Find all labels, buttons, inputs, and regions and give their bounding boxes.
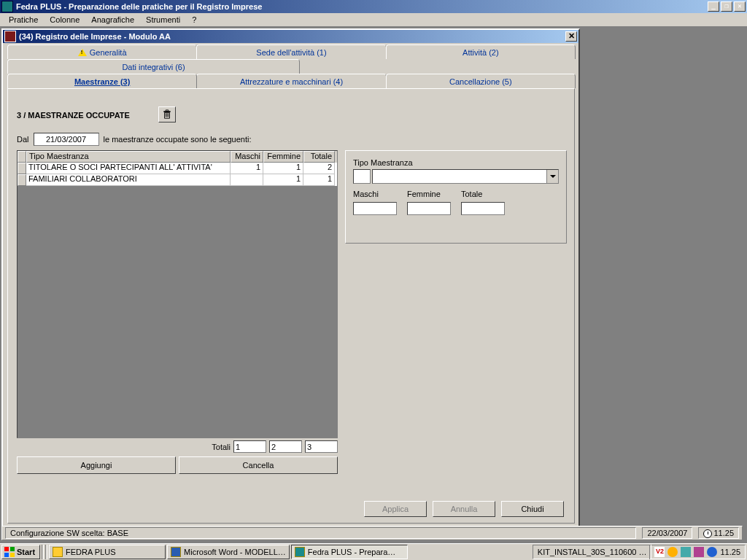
system-tray[interactable]: KIT_INSTALL_30S_110600 … V2 11.25 [533, 545, 746, 559]
row-selector[interactable] [18, 174, 26, 186]
folder-icon [53, 547, 63, 557]
cell-maschi[interactable] [231, 174, 263, 186]
tab-label: Attività (2) [462, 48, 499, 57]
apply-button[interactable]: Applica [364, 501, 427, 517]
child-icon [4, 31, 16, 42]
col-totale[interactable]: Totale [303, 151, 335, 163]
status-time-text: 11.25 [713, 529, 734, 537]
tab-maestranze[interactable]: Maestranze (3) [7, 74, 197, 88]
close-button[interactable]: ✕ [734, 1, 746, 12]
totals-femmine[interactable] [269, 440, 302, 453]
menu-colonne[interactable]: Colonne [44, 14, 85, 26]
tab-generalita[interactable]: Generalità [7, 44, 197, 59]
tray-icon[interactable] [694, 547, 704, 557]
femmine-label: Femmine [407, 190, 451, 198]
restore-button[interactable]: ❐ [721, 1, 732, 12]
task-label: Fedra PLUS - Prepara… [308, 548, 395, 556]
task-label: Microsoft Word - MODELL… [184, 548, 286, 556]
main-title: Fedra PLUS - Preparazione delle pratiche… [16, 2, 708, 11]
taskbar: Start FEDRA PLUS Microsoft Word - MODELL… [0, 543, 747, 560]
col-maschi[interactable]: Maschi [231, 151, 263, 163]
minimize-button[interactable]: _ [708, 1, 719, 12]
start-button[interactable]: Start [1, 545, 40, 559]
tipo-combo[interactable] [372, 169, 559, 184]
delete-section-button[interactable] [158, 106, 176, 122]
trash-icon [162, 109, 172, 120]
cell-tipo[interactable]: FAMILIARI COLLABORATORI [26, 174, 231, 186]
totals-totale[interactable] [305, 440, 338, 453]
row-selector-header [18, 151, 26, 163]
cancel-dialog-button[interactable]: Annulla [433, 501, 495, 517]
col-femmine[interactable]: Femmine [263, 151, 303, 163]
totals-row: Totali [17, 440, 338, 453]
tab-label: Attrezzature e macchinari (4) [240, 77, 343, 86]
add-button[interactable]: Aggiungi [17, 456, 176, 474]
menu-help[interactable]: ? [186, 14, 202, 26]
cell-totale[interactable]: 1 [303, 174, 335, 186]
table-row[interactable]: TITOLARE O SOCI PARTECIPANTI ALL' ATTIVI… [18, 163, 337, 174]
start-label: Start [17, 548, 35, 556]
taskbar-item-fedra-folder[interactable]: FEDRA PLUS [49, 545, 166, 559]
tab-label: Maestranze (3) [74, 77, 130, 86]
tab-label: Dati integrativi (6) [122, 63, 185, 71]
child-titlebar: (34) Registro delle Imprese - Modulo AA … [3, 30, 578, 43]
menu-anagrafiche[interactable]: Anagrafiche [85, 14, 140, 26]
word-icon [171, 547, 181, 557]
tab-attivita[interactable]: Attività (2) [386, 44, 576, 59]
grid-header: Tipo Maestranza Maschi Femmine Totale [18, 151, 337, 163]
maschi-field[interactable] [353, 202, 397, 215]
separator [45, 545, 47, 559]
delete-button[interactable]: Cancella [179, 456, 338, 474]
menu-pratiche[interactable]: Pratiche [3, 14, 44, 26]
tab-cancellazione[interactable]: Cancellazione (5) [386, 74, 576, 88]
cell-femmine[interactable]: 1 [263, 174, 303, 186]
separator [649, 545, 651, 559]
main-titlebar: Fedra PLUS - Preparazione delle pratiche… [0, 0, 747, 13]
grid-body: TITOLARE O SOCI PARTECIPANTI ALL' ATTIVI… [18, 163, 337, 186]
section-title: 3 / MAESTRANZE OCCUPATE [17, 111, 130, 120]
menu-bar: Pratiche Colonne Anagrafiche Strumenti ? [0, 13, 747, 27]
close-dialog-button[interactable]: Chiudi [501, 501, 564, 517]
cell-totale[interactable]: 2 [303, 163, 335, 174]
detail-panel: Tipo Maestranza Maschi [345, 150, 567, 244]
status-date: 22/03/2007 [642, 527, 692, 539]
tray-icon[interactable]: V2 [654, 547, 665, 557]
tab-sede[interactable]: Sede dell'attività (1) [196, 44, 386, 59]
taskbar-item-fedra-app[interactable]: Fedra PLUS - Prepara… [291, 545, 408, 559]
col-tipo[interactable]: Tipo Maestranza [26, 151, 231, 163]
cell-maschi[interactable]: 1 [231, 163, 263, 174]
chevron-down-icon[interactable] [546, 170, 558, 183]
child-close-button[interactable]: ✕ [565, 31, 577, 42]
clock-icon [703, 529, 712, 538]
app-icon [295, 547, 305, 557]
row-selector[interactable] [18, 163, 26, 174]
totals-maschi[interactable] [233, 440, 266, 453]
child-title: (34) Registro delle Imprese - Modulo AA [19, 32, 565, 41]
table-row[interactable]: FAMILIARI COLLABORATORI 1 1 [18, 174, 337, 186]
maschi-label: Maschi [353, 190, 397, 198]
child-window: (34) Registro delle Imprese - Modulo AA … [1, 28, 580, 535]
menu-strumenti[interactable]: Strumenti [140, 14, 186, 26]
tab-attrezzature[interactable]: Attrezzature e macchinari (4) [196, 74, 386, 88]
maestranze-grid[interactable]: Tipo Maestranza Maschi Femmine Totale TI… [17, 150, 338, 438]
tipo-label: Tipo Maestranza [353, 158, 559, 167]
cell-tipo[interactable]: TITOLARE O SOCI PARTECIPANTI ALL' ATTIVI… [26, 163, 231, 174]
tipo-code-field[interactable] [353, 169, 371, 184]
dal-date-field[interactable]: 21/03/2007 [34, 133, 99, 146]
totale-field[interactable] [461, 202, 505, 215]
status-bar: Configurazione SW scelta: BASE 22/03/200… [1, 526, 743, 540]
tab-label: Generalità [90, 48, 127, 57]
status-time: 11.25 [698, 527, 739, 539]
totals-label: Totali [212, 443, 231, 451]
femmine-field[interactable] [407, 202, 451, 215]
tab-label: Cancellazione (5) [449, 77, 512, 86]
tray-icon[interactable] [667, 547, 678, 557]
tray-icon[interactable] [681, 547, 691, 557]
cell-femmine[interactable]: 1 [263, 163, 303, 174]
tray-icon[interactable] [707, 547, 717, 557]
tab-dati-integrativi[interactable]: Dati integrativi (6) [7, 59, 300, 74]
warning-icon [78, 49, 87, 56]
taskbar-item-word[interactable]: Microsoft Word - MODELL… [167, 545, 290, 559]
dal-label: Dal [17, 135, 29, 144]
status-config: Configurazione SW scelta: BASE [5, 527, 636, 539]
